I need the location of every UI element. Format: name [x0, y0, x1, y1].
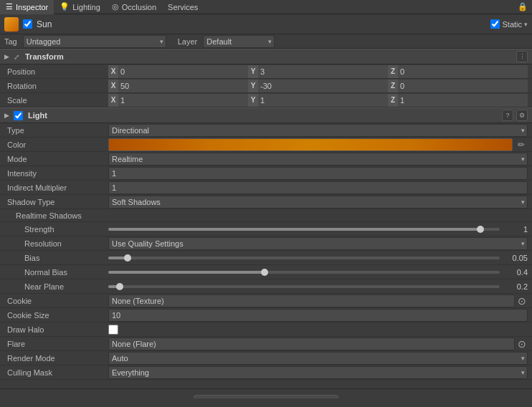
- color-row: Color ✏: [0, 138, 532, 152]
- transform-section-header[interactable]: ▶ ⤢ Transform ⋮: [0, 49, 532, 64]
- resolution-value: Use Quality Settings: [108, 237, 528, 250]
- rotation-y-input[interactable]: [258, 80, 388, 92]
- flare-value: None (Flare) ⊙: [108, 337, 528, 350]
- bias-slider-track[interactable]: [108, 257, 500, 259]
- position-z-input[interactable]: [398, 65, 528, 78]
- light-enabled-checkbox[interactable]: [14, 111, 23, 120]
- flare-row: Flare None (Flare) ⊙: [0, 337, 532, 351]
- indirect-row: Indirect Multiplier: [0, 181, 532, 195]
- shadow-type-dropdown-wrapper[interactable]: Soft Shadows: [108, 196, 528, 209]
- bottom-bar: Add Component: [0, 388, 532, 398]
- rotation-y-label: Y: [248, 80, 258, 92]
- tag-dropdown-wrapper[interactable]: Untagged: [23, 35, 166, 48]
- tag-label: Tag: [4, 37, 17, 46]
- cookie-size-input[interactable]: [108, 309, 528, 322]
- resolution-dropdown-wrapper[interactable]: Use Quality Settings: [108, 237, 528, 250]
- resolution-row: Resolution Use Quality Settings: [0, 236, 532, 251]
- mode-select[interactable]: Realtime: [108, 153, 528, 166]
- color-value: ✏: [108, 138, 528, 151]
- tag-select[interactable]: Untagged: [23, 35, 166, 48]
- shadow-type-select[interactable]: Soft Shadows: [108, 196, 528, 209]
- type-label: Type: [4, 126, 108, 135]
- bias-slider-thumb[interactable]: [124, 254, 131, 262]
- light-section-header[interactable]: ▶ Light ? ⚙: [0, 107, 532, 123]
- scale-z-input[interactable]: [398, 94, 528, 107]
- type-select[interactable]: Directional: [108, 124, 528, 137]
- position-value: X Y Z: [108, 65, 528, 78]
- cookie-size-value: [108, 309, 528, 322]
- static-checkbox[interactable]: [490, 19, 500, 29]
- position-x-field: X: [108, 65, 248, 78]
- color-swatch[interactable]: [108, 138, 513, 151]
- tab-bar: ☰ Inspector 💡 Lighting ◎ Occlusion Servi…: [0, 0, 532, 14]
- object-enabled-check[interactable]: [23, 19, 32, 29]
- strength-slider-track[interactable]: [108, 228, 500, 231]
- rotation-z-input[interactable]: [398, 80, 528, 92]
- color-edit-icon[interactable]: ✏: [515, 138, 528, 151]
- scale-x-input[interactable]: [118, 94, 248, 107]
- shadow-type-row: Shadow Type Soft Shadows: [0, 195, 532, 209]
- rotation-z-label: Z: [388, 80, 398, 92]
- cookie-value: None (Texture) ⊙: [108, 295, 528, 307]
- rotation-row: Rotation X Y Z: [0, 79, 532, 93]
- normal-bias-slider-row: 0.4: [108, 268, 528, 277]
- near-plane-slider-track[interactable]: [108, 285, 500, 288]
- transform-settings-icon[interactable]: ⋮: [516, 51, 528, 62]
- scale-z-field: Z: [388, 94, 528, 107]
- position-label: Position: [4, 67, 108, 76]
- mode-label: Mode: [4, 155, 108, 163]
- transform-move-icon: ⤢: [14, 53, 19, 61]
- tab-inspector[interactable]: ☰ Inspector: [0, 0, 54, 14]
- culling-mask-select[interactable]: Everything: [108, 366, 528, 379]
- normal-bias-slider-thumb[interactable]: [261, 269, 268, 276]
- near-plane-label: Near Plane: [4, 282, 108, 291]
- normal-bias-value: 0.4: [108, 268, 528, 277]
- add-component-button[interactable]: Add Component: [194, 395, 338, 398]
- scale-y-input[interactable]: [258, 94, 388, 107]
- static-dropdown-icon[interactable]: ▾: [524, 21, 528, 28]
- normal-bias-label: Normal Bias: [4, 268, 108, 277]
- indirect-input[interactable]: [108, 181, 528, 194]
- cookie-target-icon[interactable]: ⊙: [516, 295, 528, 307]
- normal-bias-slider-track[interactable]: [108, 271, 500, 274]
- layer-dropdown-wrapper[interactable]: Default: [203, 35, 275, 48]
- shadow-type-label: Shadow Type: [4, 198, 108, 206]
- position-x-input[interactable]: [118, 65, 248, 78]
- light-settings-icon[interactable]: ⚙: [516, 110, 528, 121]
- cookie-size-row: Cookie Size: [0, 308, 532, 322]
- cookie-select[interactable]: None (Texture): [108, 295, 515, 307]
- object-icon: [4, 17, 19, 32]
- flare-select[interactable]: None (Flare): [108, 337, 515, 350]
- draw-halo-value: [108, 325, 528, 335]
- strength-slider-thumb[interactable]: [477, 226, 484, 233]
- flare-target-icon[interactable]: ⊙: [516, 338, 528, 350]
- resolution-select[interactable]: Use Quality Settings: [108, 237, 528, 250]
- near-plane-slider-thumb[interactable]: [116, 283, 123, 290]
- render-mode-dropdown-wrapper[interactable]: Auto: [108, 352, 528, 365]
- type-dropdown-wrapper[interactable]: Directional: [108, 124, 528, 137]
- indirect-label: Indirect Multiplier: [4, 183, 108, 192]
- scale-y-label: Y: [248, 94, 258, 107]
- cookie-label: Cookie: [4, 297, 108, 305]
- tab-lighting[interactable]: 💡 Lighting: [54, 0, 106, 14]
- tab-occlusion-label: Occlusion: [122, 3, 156, 11]
- strength-label: Strength: [4, 225, 108, 234]
- near-plane-value: 0.2: [108, 282, 528, 291]
- culling-mask-dropdown-wrapper[interactable]: Everything: [108, 366, 528, 379]
- light-help-icon[interactable]: ?: [502, 110, 513, 121]
- inspector-content: ▶ ⤢ Transform ⋮ Position X Y Z Rotation: [0, 49, 532, 398]
- position-y-input[interactable]: [258, 65, 388, 78]
- scale-x-label: X: [108, 94, 118, 107]
- tab-occlusion[interactable]: ◎ Occlusion: [106, 0, 162, 14]
- rotation-x-input[interactable]: [118, 80, 248, 92]
- rotation-z-field: Z: [388, 80, 528, 92]
- object-enabled-checkbox[interactable]: [23, 19, 32, 29]
- tab-services[interactable]: Services: [162, 0, 204, 14]
- near-plane-slider-row: 0.2: [108, 282, 528, 291]
- layer-select[interactable]: Default: [203, 35, 275, 48]
- mode-dropdown-wrapper[interactable]: Realtime: [108, 153, 528, 166]
- type-value: Directional: [108, 124, 528, 137]
- render-mode-select[interactable]: Auto: [108, 352, 528, 365]
- intensity-input[interactable]: [108, 167, 528, 180]
- draw-halo-checkbox[interactable]: [108, 325, 118, 335]
